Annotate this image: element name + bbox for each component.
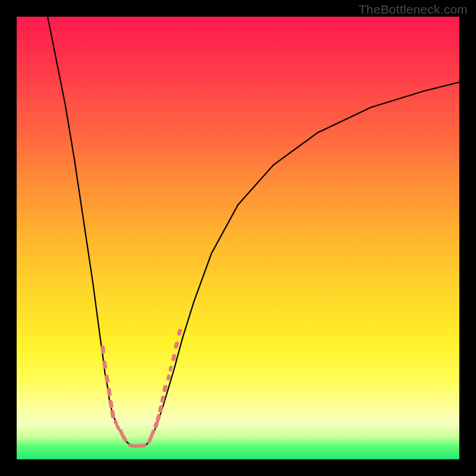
bead-markers	[101, 328, 183, 448]
bead-marker	[113, 419, 118, 426]
plot-area	[17, 17, 459, 459]
bead-marker	[177, 328, 183, 336]
bead-marker	[102, 360, 108, 369]
bead-marker	[108, 400, 114, 409]
bead-marker	[110, 410, 115, 419]
bead-marker	[107, 387, 112, 396]
bead-marker	[104, 374, 109, 383]
bead-marker	[174, 341, 180, 349]
bead-marker	[168, 365, 173, 372]
bead-marker	[101, 345, 106, 354]
curve-layer	[17, 17, 459, 459]
bead-marker	[171, 353, 176, 361]
bottleneck-curve	[48, 17, 459, 446]
bead-marker	[166, 374, 171, 381]
chart-frame: TheBottleneck.com	[0, 0, 476, 476]
watermark-text: TheBottleneck.com	[359, 2, 468, 17]
